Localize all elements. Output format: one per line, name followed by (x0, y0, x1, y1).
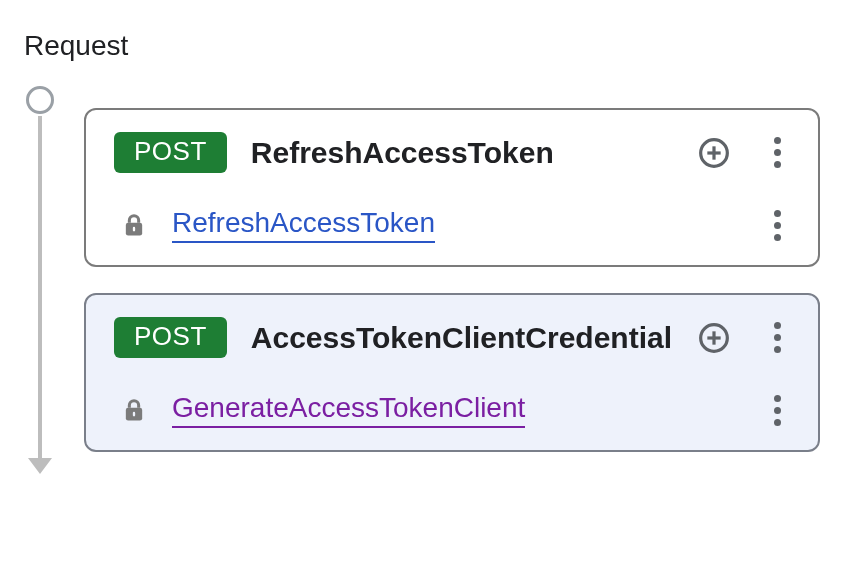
flow-start-node (26, 86, 54, 114)
cards-list: POST RefreshAccessToken (56, 84, 820, 476)
policy-more-options-button[interactable] (764, 392, 790, 428)
flow-line (38, 116, 42, 460)
policy-link[interactable]: GenerateAccessTokenClient (172, 392, 525, 428)
card-header: POST AccessTokenClientCredential (114, 317, 790, 358)
policy-link[interactable]: RefreshAccessToken (172, 207, 435, 243)
method-badge: POST (114, 317, 227, 358)
card-header: POST RefreshAccessToken (114, 132, 790, 173)
step-title: AccessTokenClientCredential (251, 321, 674, 355)
add-button[interactable] (698, 137, 730, 169)
add-button[interactable] (698, 322, 730, 354)
policy-row: RefreshAccessToken (114, 207, 790, 243)
flow-step-card[interactable]: POST RefreshAccessToken (84, 108, 820, 267)
plus-circle-icon (698, 137, 730, 169)
svg-rect-9 (133, 412, 135, 417)
more-options-button[interactable] (764, 135, 790, 171)
page-title: Request (24, 30, 820, 62)
policy-more-options-button[interactable] (764, 207, 790, 243)
flow-arrow-icon (28, 458, 52, 474)
flow-step-card[interactable]: POST AccessTokenClientCredential (84, 293, 820, 452)
plus-circle-icon (698, 322, 730, 354)
svg-rect-4 (133, 227, 135, 232)
flow-area: POST RefreshAccessToken (24, 84, 820, 476)
method-badge: POST (114, 132, 227, 173)
lock-icon (120, 211, 148, 239)
lock-icon (120, 396, 148, 424)
flow-timeline (24, 84, 56, 476)
step-title: RefreshAccessToken (251, 136, 674, 170)
more-options-button[interactable] (764, 320, 790, 356)
policy-row: GenerateAccessTokenClient (114, 392, 790, 428)
